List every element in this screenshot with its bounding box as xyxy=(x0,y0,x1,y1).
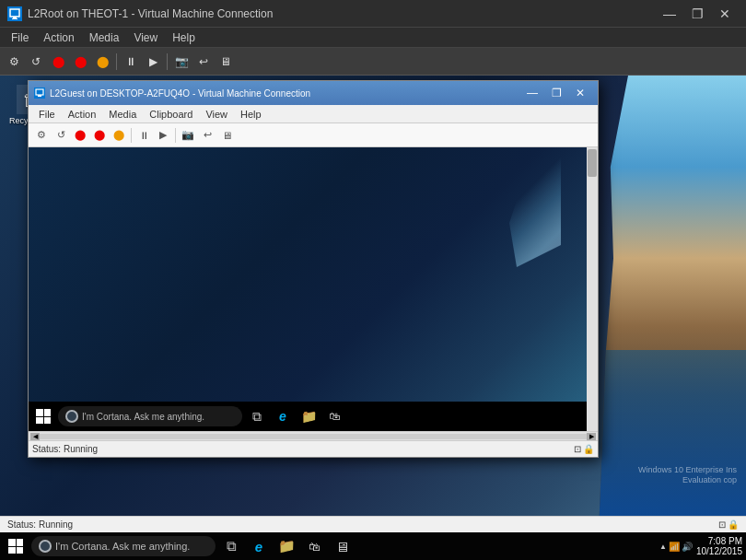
inner-taskbar-icons: ⧉ e 📁 🛍 xyxy=(246,405,345,427)
win10-watermark: Windows 10 Enterprise Ins Evaluation cop xyxy=(638,465,737,486)
outer-task-view-btn[interactable]: ⧉ xyxy=(219,534,243,558)
inner-tb-enhanced[interactable]: 🖥 xyxy=(217,126,236,145)
inner-tb-play[interactable]: ▶ xyxy=(154,126,172,145)
watermark-line1: Windows 10 Enterprise Ins xyxy=(638,465,737,476)
outer-menu-file[interactable]: File xyxy=(4,29,36,46)
inner-minimize-button[interactable]: — xyxy=(520,82,544,104)
screen-light-effect xyxy=(487,157,561,267)
inner-tb-pause2[interactable]: ⏸ xyxy=(134,126,153,145)
desktop-background[interactable]: 🗑 Recycle Bin Windows 10 Enterprise Ins … xyxy=(0,76,746,532)
outer-cortana-text: I'm Cortana. Ask me anything. xyxy=(55,541,190,552)
outer-menu-media[interactable]: Media xyxy=(82,29,127,46)
inner-tb-sep2 xyxy=(175,128,176,143)
inner-menu-action[interactable]: Action xyxy=(62,108,103,121)
inner-horizontal-scrollbar[interactable]: ◀ ▶ xyxy=(29,431,598,440)
outer-cortana-bar[interactable]: I'm Cortana. Ask me anything. xyxy=(31,536,216,556)
inner-close-button[interactable]: ✕ xyxy=(568,82,592,104)
system-tray: ▲ 📶 🔊 xyxy=(659,542,693,552)
outer-win-logo-tl xyxy=(8,539,16,546)
inner-status-icons: ⊡ 🔒 xyxy=(574,444,594,454)
inner-menu-help[interactable]: Help xyxy=(234,108,268,121)
inner-start-button[interactable] xyxy=(32,405,54,427)
inner-tb-reset[interactable]: ⬤ xyxy=(110,126,128,145)
inner-scrollbar-thumb[interactable] xyxy=(588,149,597,177)
outer-minimize-button[interactable]: — xyxy=(656,1,683,27)
inner-store-icon[interactable]: 🛍 xyxy=(323,405,345,427)
outer-menu-view[interactable]: View xyxy=(126,29,165,46)
outer-restore-button[interactable]: ❐ xyxy=(683,1,711,27)
win-logo-tl xyxy=(36,409,43,416)
outer-status-text: Status: Running xyxy=(7,519,73,530)
inner-window-controls: — ❐ ✕ xyxy=(520,82,592,104)
tb-enhanced-btn[interactable]: 🖥 xyxy=(216,52,236,72)
inner-tb-stop[interactable]: ⬤ xyxy=(71,126,89,145)
watermark-line2: Evaluation cop xyxy=(638,475,737,486)
outer-close-button[interactable]: ✕ xyxy=(711,1,739,27)
taskbar-clock[interactable]: 7:08 PM 10/12/2015 xyxy=(696,536,742,556)
inner-menu-view[interactable]: View xyxy=(199,108,234,121)
outer-menubar: File Action Media View Help xyxy=(0,28,746,48)
tb-pause-btn[interactable]: ⬤ xyxy=(70,52,90,72)
outer-statusbar-icons: ⊡ 🔒 xyxy=(718,519,739,530)
inner-windows-logo xyxy=(36,409,51,424)
inner-statusbar: Status: Running ⊡ 🔒 xyxy=(29,440,598,457)
inner-tb-settings[interactable]: ⚙ xyxy=(32,126,51,145)
outer-menu-action[interactable]: Action xyxy=(36,29,81,46)
outer-vm-taskbar-btn[interactable]: 🖥 xyxy=(330,534,354,558)
inner-vm-screen[interactable]: I'm Cortana. Ask me anything. ⧉ e 📁 🛍 xyxy=(29,147,598,431)
outer-store-icon[interactable]: 🛍 xyxy=(302,534,326,558)
inner-restore-button[interactable]: ❐ xyxy=(544,82,568,104)
inner-tb-revert[interactable]: ↩ xyxy=(198,126,216,145)
inner-status-text: Status: Running xyxy=(32,444,98,454)
outer-titlebar: L2Root on THEOT-1 - Virtual Machine Conn… xyxy=(0,0,746,28)
inner-menu-file[interactable]: File xyxy=(32,108,62,121)
inner-hscroll-left[interactable]: ◀ xyxy=(30,433,40,440)
outer-content-area: 🗑 Recycle Bin Windows 10 Enterprise Ins … xyxy=(0,76,746,560)
inner-tb-pause[interactable]: ⬤ xyxy=(90,126,109,145)
inner-vertical-scrollbar[interactable] xyxy=(587,147,598,431)
inner-cortana-bar[interactable]: I'm Cortana. Ask me anything. xyxy=(58,406,242,426)
tb-sep-1 xyxy=(116,53,117,70)
inner-taskbar: I'm Cortana. Ask me anything. ⧉ e 📁 🛍 xyxy=(29,402,587,431)
outer-taskbar-icons: ⧉ e 📁 🛍 🖥 xyxy=(219,534,354,558)
inner-menu-clipboard[interactable]: Clipboard xyxy=(143,108,199,121)
outer-taskbar-right: ▲ 📶 🔊 7:08 PM 10/12/2015 xyxy=(659,536,742,556)
inner-tb-back[interactable]: ↺ xyxy=(52,126,70,145)
tb-reset-btn[interactable]: ⬤ xyxy=(92,52,112,72)
outer-status-icon-1: ⊡ xyxy=(718,519,726,530)
inner-hscroll-track xyxy=(40,434,587,439)
outer-edge-icon[interactable]: e xyxy=(247,534,271,558)
tray-network[interactable]: 📶 xyxy=(669,542,680,552)
tb-back-btn[interactable]: ↺ xyxy=(26,52,46,72)
outer-win-logo-br xyxy=(17,547,24,554)
outer-vm-icon xyxy=(7,6,22,21)
tb-sep-2 xyxy=(167,53,168,70)
tb-play-btn[interactable]: ▶ xyxy=(143,52,163,72)
tray-sound[interactable]: 🔊 xyxy=(682,542,693,552)
inner-menu-media[interactable]: Media xyxy=(102,108,143,121)
tb-snapshot-btn[interactable]: 📷 xyxy=(171,52,192,72)
outer-menu-help[interactable]: Help xyxy=(165,29,203,46)
tb-stop-btn[interactable]: ⬤ xyxy=(48,52,68,72)
inner-task-view-btn[interactable]: ⧉ xyxy=(246,405,268,427)
inner-edge-icon[interactable]: e xyxy=(272,405,294,427)
outer-vm-window: L2Root on THEOT-1 - Virtual Machine Conn… xyxy=(0,0,746,560)
inner-folder-icon[interactable]: 📁 xyxy=(297,405,320,427)
inner-cortana-icon xyxy=(65,410,78,423)
outer-win-logo-tr xyxy=(17,539,24,546)
inner-cortana-text: I'm Cortana. Ask me anything. xyxy=(82,412,204,422)
inner-status-icon-1: ⊡ xyxy=(574,444,581,454)
inner-status-icon-2: 🔒 xyxy=(583,444,594,454)
tb-settings-btn[interactable]: ⚙ xyxy=(4,52,24,72)
outer-folder-icon[interactable]: 📁 xyxy=(274,534,298,558)
tray-expand[interactable]: ▲ xyxy=(659,542,667,551)
tb-pause2-btn[interactable]: ⏸ xyxy=(121,52,141,72)
outer-start-button[interactable] xyxy=(4,534,28,558)
inner-hscroll-right[interactable]: ▶ xyxy=(587,433,596,440)
inner-tb-snapshot[interactable]: 📷 xyxy=(179,126,197,145)
inner-toolbar: ⚙ ↺ ⬤ ⬤ ⬤ ⏸ ▶ 📷 ↩ 🖥 xyxy=(29,123,598,147)
taskbar-time: 7:08 PM xyxy=(696,536,742,546)
inner-titlebar: L2Guest on DESKTOP-A2FUQ4O - Virtual Mac… xyxy=(29,81,598,105)
tb-revert-btn[interactable]: ↩ xyxy=(193,52,214,72)
outer-toolbar: ⚙ ↺ ⬤ ⬤ ⬤ ⏸ ▶ 📷 ↩ 🖥 xyxy=(0,48,746,76)
